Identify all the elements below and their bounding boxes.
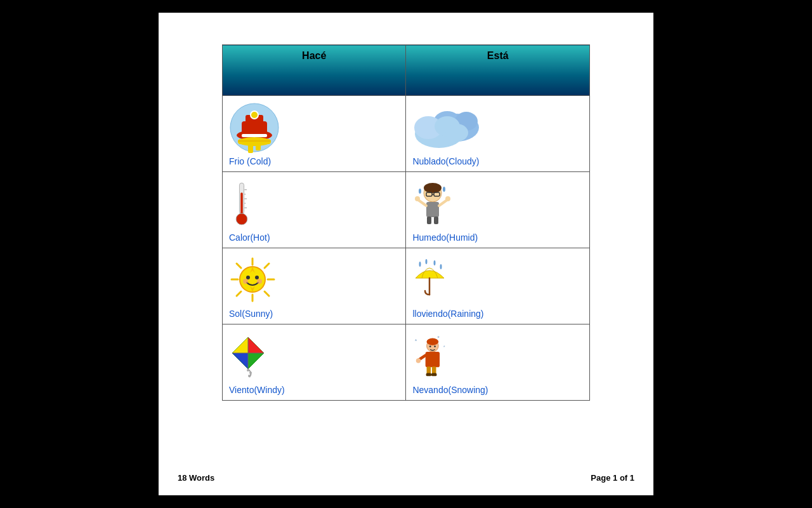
cell-calor: Calor(Hot) [223,172,406,248]
svg-point-21 [236,213,247,225]
svg-text:*: * [443,344,445,350]
svg-point-52 [246,276,250,279]
svg-marker-62 [248,337,264,353]
cell-nublado: Nublado(Cloudy) [406,96,590,172]
table-row: Viento(Windy) * * * [223,324,590,401]
humedo-label: Humedo(Humid) [412,232,478,243]
nublado-icon-area [412,100,482,155]
svg-point-60 [440,264,442,269]
footer: 18 Words Page 1 of 1 [171,468,641,483]
hat-icon [229,102,280,153]
sol-label: Sol(Sunny) [229,309,273,319]
lloviendo-icon-area [412,252,447,307]
svg-marker-65 [232,353,248,369]
umbrella-icon [412,258,447,302]
svg-point-55 [257,279,262,284]
cell-lloviendo: lloviendo(Raining) [406,248,590,324]
page-info: Page 1 of 1 [591,473,634,483]
svg-marker-64 [232,337,248,353]
page: Hacé Está [159,13,653,495]
svg-rect-78 [426,352,440,367]
frio-icon-area [229,100,280,155]
svg-rect-11 [256,144,261,150]
table-row: Frio (Cold) [223,96,590,172]
svg-point-76 [429,345,431,347]
col2-header: Está [406,45,590,96]
svg-rect-32 [426,202,439,217]
svg-point-80 [416,358,421,363]
nevando-icon-area: * * * [412,328,450,384]
svg-rect-20 [240,192,243,215]
svg-point-68 [247,369,249,371]
cloud-icon [412,104,482,151]
sol-icon-area [229,252,277,307]
svg-rect-37 [427,217,431,224]
humedo-icon-area [412,176,454,231]
vocabulary-table: Hacé Está [222,44,590,401]
cell-nevando: * * * [406,324,590,401]
cell-frio: Frio (Cold) [223,96,406,172]
svg-rect-9 [238,140,271,142]
svg-rect-10 [248,144,253,153]
svg-point-69 [249,371,252,374]
humid-person-icon [412,182,454,226]
svg-point-58 [426,259,428,264]
svg-marker-63 [248,353,264,369]
kite-icon [229,334,267,378]
svg-line-45 [237,264,241,268]
svg-point-57 [419,262,421,267]
svg-point-39 [419,189,421,194]
viento-label: Viento(Windy) [229,385,285,395]
svg-point-77 [435,345,436,347]
cell-humedo: Humedo(Humid) [406,172,590,248]
lloviendo-label: lloviendo(Raining) [412,309,483,319]
thermometer-icon [229,178,254,229]
svg-point-53 [255,276,259,279]
svg-rect-84 [431,373,436,376]
svg-line-46 [265,291,269,296]
svg-point-40 [443,187,445,192]
svg-line-48 [237,291,241,296]
calor-icon-area [229,176,254,231]
svg-point-75 [427,338,439,345]
svg-point-70 [248,375,251,377]
svg-rect-6 [242,134,267,137]
svg-line-47 [265,264,269,268]
svg-rect-38 [434,217,438,224]
svg-rect-83 [426,373,431,376]
table-row: Calor(Hot) [223,172,590,248]
snow-person-icon: * * * [412,334,450,378]
nevando-label: Nevando(Snowing) [412,385,488,395]
col1-header: Hacé [223,45,406,96]
svg-point-35 [415,196,420,201]
nublado-label: Nublado(Cloudy) [412,156,479,166]
cell-sol: Sol(Sunny) [223,248,406,324]
svg-point-54 [243,279,248,284]
viento-icon-area [229,328,267,384]
sun-icon [229,256,277,304]
svg-point-59 [434,260,436,265]
header-row: Hacé Está [223,45,590,96]
calor-label: Calor(Hot) [229,232,270,243]
svg-text:*: * [415,338,417,344]
svg-point-36 [445,196,450,201]
svg-point-18 [445,124,468,142]
table-container: Hacé Está [171,25,641,468]
frio-label: Frio (Cold) [229,156,271,166]
svg-point-28 [424,183,442,193]
svg-point-5 [251,112,258,118]
words-count: 18 Words [178,473,214,483]
cell-viento: Viento(Windy) [223,324,406,401]
table-row: Sol(Sunny) [223,248,590,324]
